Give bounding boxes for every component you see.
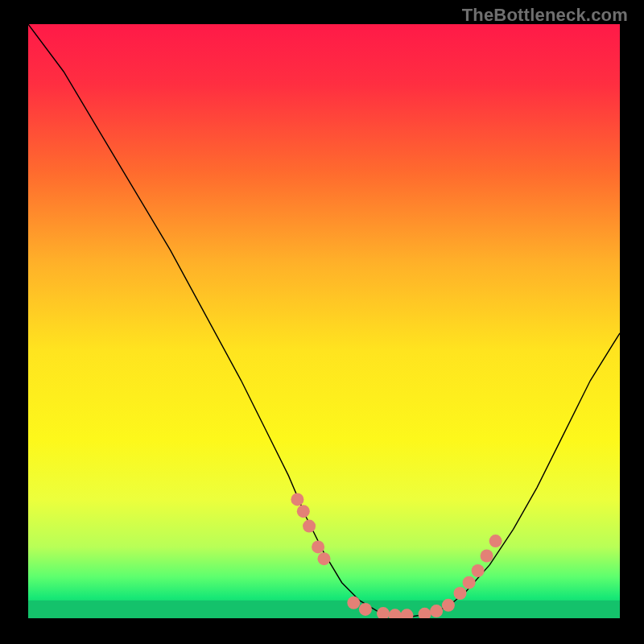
data-marker — [454, 587, 467, 600]
data-marker — [318, 552, 331, 565]
data-marker — [297, 505, 310, 518]
data-marker — [303, 520, 316, 533]
chart-background — [28, 24, 620, 618]
data-marker — [472, 564, 485, 577]
chart-svg — [28, 24, 620, 618]
data-marker — [347, 597, 360, 609]
data-marker — [312, 540, 324, 553]
chart-root: { "watermark": "TheBottleneck.com", "can… — [0, 0, 644, 644]
data-marker — [489, 535, 502, 547]
data-marker — [430, 605, 443, 617]
chart-bottom-strip — [28, 601, 620, 618]
data-marker — [442, 599, 455, 612]
data-marker — [359, 603, 372, 616]
data-marker — [463, 576, 476, 589]
data-marker — [481, 550, 493, 563]
watermark-text: TheBottleneck.com — [462, 5, 628, 26]
data-marker — [291, 493, 303, 506]
